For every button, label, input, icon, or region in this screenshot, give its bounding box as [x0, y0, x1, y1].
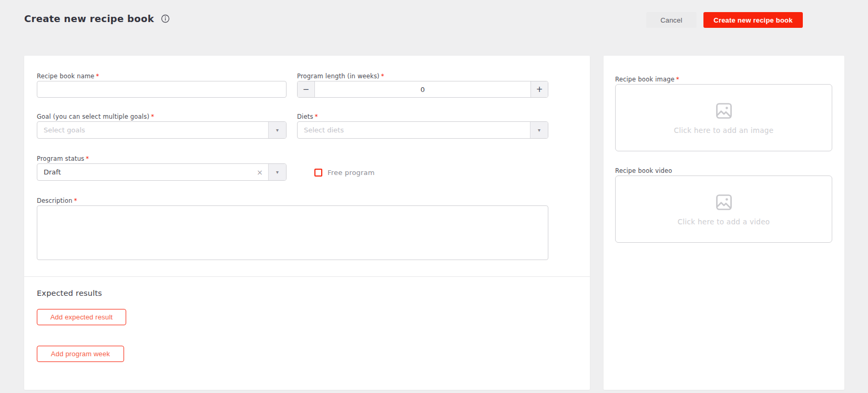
expected-results-heading: Expected results — [37, 289, 102, 297]
goal-select[interactable]: Select goals ▾ — [37, 121, 287, 139]
goal-label: Goal (you can select multiple goals)* — [37, 113, 154, 120]
create-recipe-book-page: Create new recipe book Cancel Create new… — [0, 0, 868, 393]
info-icon[interactable] — [161, 14, 170, 23]
stepper-decrement-button[interactable]: − — [298, 81, 315, 97]
diets-select[interactable]: Select diets ▾ — [297, 121, 548, 139]
program-status-label: Program status* — [37, 155, 89, 162]
image-placeholder-icon — [714, 101, 733, 120]
goal-select-placeholder: Select goals — [37, 126, 268, 134]
program-status-select[interactable]: Draft × ▾ — [37, 163, 287, 181]
chevron-down-icon[interactable]: ▾ — [530, 122, 548, 138]
stepper-increment-button[interactable]: + — [530, 81, 548, 97]
recipe-book-name-label: Recipe book name* — [37, 73, 99, 80]
free-program-field: Free program — [314, 169, 375, 177]
cancel-button[interactable]: Cancel — [646, 12, 697, 28]
video-upload-dropzone[interactable]: Click here to add a video — [615, 175, 832, 243]
image-placeholder-icon — [714, 193, 733, 212]
description-label: Description* — [37, 197, 77, 204]
add-expected-result-button[interactable]: Add expected result — [37, 309, 126, 325]
chevron-down-icon[interactable]: ▾ — [268, 164, 286, 180]
video-dropzone-hint: Click here to add a video — [678, 218, 770, 226]
diets-select-placeholder: Select diets — [298, 126, 530, 134]
program-status-value: Draft — [37, 168, 251, 176]
clear-icon[interactable]: × — [251, 168, 268, 177]
free-program-label: Free program — [328, 169, 375, 177]
image-dropzone-hint: Click here to add an image — [674, 126, 774, 135]
recipe-book-video-label: Recipe book video — [615, 167, 674, 174]
program-length-label: Program length (in weeks)* — [297, 73, 384, 80]
page-title: Create new recipe book — [24, 13, 154, 24]
image-upload-dropzone[interactable]: Click here to add an image — [615, 84, 832, 151]
free-program-checkbox[interactable] — [314, 169, 322, 177]
description-textarea[interactable] — [37, 205, 548, 260]
program-length-stepper: − 0 + — [297, 81, 548, 98]
diets-label: Diets* — [297, 113, 318, 120]
chevron-down-icon[interactable]: ▾ — [268, 122, 286, 138]
section-divider — [24, 276, 590, 277]
recipe-form-card: Recipe book name* Program length (in wee… — [24, 56, 590, 390]
recipe-media-card: Recipe book image* Click here to add an … — [604, 56, 844, 390]
create-recipe-book-button[interactable]: Create new recipe book — [703, 12, 803, 28]
program-length-value[interactable]: 0 — [315, 81, 530, 97]
recipe-book-name-input[interactable] — [37, 81, 287, 98]
add-program-week-button[interactable]: Add program week — [37, 346, 124, 362]
recipe-book-image-label: Recipe book image* — [615, 76, 679, 83]
page-header: Create new recipe book — [24, 13, 170, 24]
